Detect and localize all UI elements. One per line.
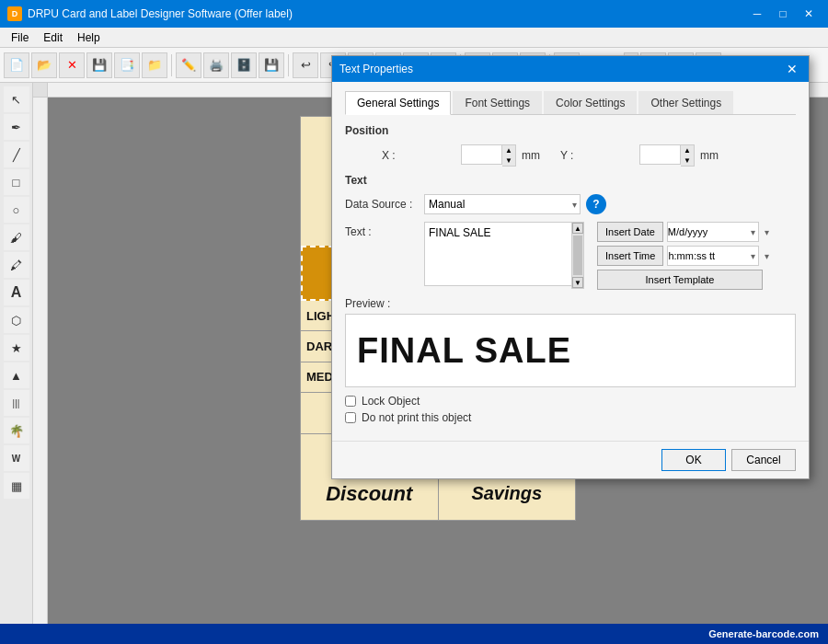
insert-date-row: Insert Date M/d/yyyy MM/dd/yyyy dd/MM/yy… [597,222,769,242]
dialog-close-button[interactable]: ✕ [783,61,801,77]
x-input[interactable]: 32 [461,144,502,165]
text-section-title: Text [345,174,796,187]
textarea-scroll-down[interactable]: ▼ [572,277,583,288]
x-label: X : [382,149,455,162]
data-source-row: Data Source : Manual Database Sequential… [345,194,796,214]
data-source-label: Data Source : [345,198,419,211]
do-not-print-checkbox[interactable] [345,412,356,423]
dialog-tabs: General Settings Font Settings Color Set… [345,91,796,115]
dialog-overlay: Text Properties ✕ General Settings Font … [0,0,828,644]
insert-template-button[interactable]: Insert Template [597,270,763,290]
x-unit: mm [522,149,540,162]
x-spin-buttons: ▲ ▼ [502,144,516,167]
help-button[interactable]: ? [586,194,606,214]
preview-section: Preview : FINAL SALE [345,297,796,387]
y-unit: mm [700,149,719,162]
lock-object-checkbox[interactable] [345,396,356,407]
cancel-button[interactable]: Cancel [731,449,796,471]
lock-object-row: Lock Object [345,395,796,408]
dialog-title-bar: Text Properties ✕ [332,56,809,82]
insert-time-button[interactable]: Insert Time [597,246,663,266]
date-format-wrapper: M/d/yyyy MM/dd/yyyy dd/MM/yyyy [667,222,759,242]
checkboxes-section: Lock Object Do not print this object [345,395,796,424]
ok-button[interactable]: OK [661,449,726,471]
text-label: Text : [345,222,419,238]
date-format-select[interactable]: M/d/yyyy MM/dd/yyyy dd/MM/yyyy [667,222,759,242]
text-textarea[interactable]: FINAL SALE [424,222,579,286]
dialog-body: General Settings Font Settings Color Set… [332,82,809,437]
insert-template-row: Insert Template [597,270,769,290]
y-decrement[interactable]: ▼ [681,155,694,166]
tab-color-settings[interactable]: Color Settings [544,91,637,114]
preview-box: FINAL SALE [345,314,796,387]
time-format-wrapper: h:mm:ss tt HH:mm:ss h:mm tt [667,246,759,266]
watermark-bar: Generate-barcode.com [0,624,828,644]
tab-other-settings[interactable]: Other Settings [638,91,733,114]
y-spin-group: 74 ▲ ▼ [639,144,695,167]
insert-buttons: Insert Date M/d/yyyy MM/dd/yyyy dd/MM/yy… [597,222,769,290]
time-format-select[interactable]: h:mm:ss tt HH:mm:ss h:mm tt [667,246,759,266]
x-spin-group: 32 ▲ ▼ [461,144,516,167]
tab-font-settings[interactable]: Font Settings [453,91,542,114]
textarea-scrollbar: ▲ ▼ [571,222,584,289]
textarea-thumb [573,236,582,275]
preview-text: FINAL SALE [357,331,571,371]
data-source-select[interactable]: Manual Database Sequential [424,194,581,214]
preview-label: Preview : [345,297,796,310]
lock-object-label[interactable]: Lock Object [362,395,420,408]
text-area-row: Text : FINAL SALE ▲ ▼ Insert Date M/d [345,222,796,290]
data-source-wrapper: Manual Database Sequential [424,194,581,214]
dialog-title: Text Properties [339,63,413,75]
x-decrement[interactable]: ▼ [502,155,515,166]
position-section-title: Position [345,124,796,137]
y-label: Y : [560,149,634,162]
tab-general-settings[interactable]: General Settings [345,91,451,115]
textarea-scroll-up[interactable]: ▲ [572,223,583,234]
y-increment[interactable]: ▲ [681,145,694,155]
watermark-text: Generate-barcode.com [708,628,819,639]
text-properties-dialog: Text Properties ✕ General Settings Font … [331,55,810,479]
do-not-print-label[interactable]: Do not print this object [362,411,471,424]
dialog-footer: OK Cancel [332,441,809,478]
textarea-wrapper: FINAL SALE ▲ ▼ [424,222,579,289]
y-spin-buttons: ▲ ▼ [681,144,695,167]
insert-time-row: Insert Time h:mm:ss tt HH:mm:ss h:mm tt … [597,246,769,266]
x-increment[interactable]: ▲ [502,145,515,155]
do-not-print-row: Do not print this object [345,411,796,424]
y-input[interactable]: 74 [639,144,681,165]
insert-date-button[interactable]: Insert Date [597,222,663,242]
position-row: X : 32 ▲ ▼ mm Y : 74 ▲ ▼ mm [382,144,796,167]
